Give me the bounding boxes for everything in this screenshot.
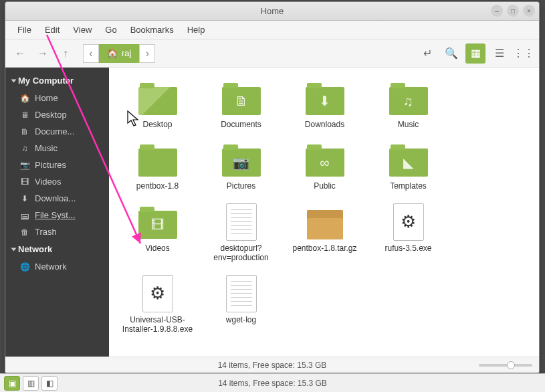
file-item[interactable]: ♫Music <box>366 77 450 132</box>
taskbar-workspaces-button[interactable]: ▥ <box>23 376 39 391</box>
forward-button[interactable]: → <box>33 44 52 63</box>
file-manager-window: Home – □ × File Edit View Go Bookmarks H… <box>5 1 540 373</box>
file-label: Videos <box>145 243 169 253</box>
sidebar-item-network[interactable]: 🌐Network <box>5 258 109 275</box>
file-item[interactable]: ∞Public <box>283 138 366 193</box>
sidebar-item-docume-[interactable]: 🗎Docume... <box>5 123 109 140</box>
file-item[interactable]: pentbox-1.8 <box>116 138 199 193</box>
folder-icon: 🗎 <box>221 80 262 117</box>
folder-icon <box>137 80 179 117</box>
path-segment-home[interactable]: 🏠 raj <box>99 44 139 63</box>
file-item[interactable]: 🎞Videos <box>116 201 199 266</box>
sidebar: My Computer🏠Home🖥Desktop🗎Docume...♫Music… <box>5 68 109 357</box>
sidebar-item-label: Home <box>35 93 58 103</box>
status-text: 14 items, Free space: 15.3 GB <box>218 361 327 370</box>
menu-file[interactable]: File <box>11 22 38 37</box>
sidebar-item-label: Network <box>35 262 67 272</box>
music-icon: ♫ <box>20 144 29 153</box>
disk-icon: 🖴 <box>20 211 29 220</box>
sidebar-item-label: Desktop <box>35 110 67 120</box>
menu-help[interactable]: Help <box>181 22 212 37</box>
body: My Computer🏠Home🖥Desktop🗎Docume...♫Music… <box>5 68 539 357</box>
up-button[interactable]: ↑ <box>56 44 75 63</box>
titlebar[interactable]: Home – □ × <box>5 2 539 21</box>
sidebar-item-label: Videos <box>35 177 62 187</box>
window-title: Home <box>261 6 284 16</box>
file-label: Desktop <box>142 120 172 129</box>
document-icon <box>221 203 262 241</box>
folder-icon: ⬇ <box>304 80 346 117</box>
folder-icon: ◣ <box>388 141 429 179</box>
videos-icon: 🎞 <box>20 177 29 187</box>
file-item[interactable]: ◣Templates <box>366 138 450 193</box>
home-icon: 🏠 <box>20 94 29 103</box>
file-label: rufus-3.5.exe <box>385 243 431 253</box>
menu-edit[interactable]: Edit <box>38 22 66 37</box>
sidebar-header[interactable]: Network <box>5 240 109 258</box>
file-item[interactable]: Desktop <box>116 77 199 132</box>
sidebar-item-videos[interactable]: 🎞Videos <box>5 173 109 190</box>
home-icon: 🏠 <box>107 48 118 58</box>
file-label: desktopurl?env=production <box>202 243 280 263</box>
download-icon: ⬇ <box>20 194 29 203</box>
file-item[interactable]: wget-log <box>199 272 283 337</box>
taskbar-status-text: 14 items, Free space: 15.3 GB <box>218 379 327 388</box>
list-view-button[interactable]: ☰ <box>489 43 510 64</box>
path-prev-button[interactable]: ‹ <box>83 44 99 63</box>
sidebar-item-pictures[interactable]: 📷Pictures <box>5 157 109 173</box>
trash-icon: 🗑 <box>20 227 29 237</box>
file-item[interactable]: 📷Pictures <box>199 138 283 193</box>
folder-icon: 🗎 <box>20 127 29 136</box>
icon-view-button[interactable]: ▦ <box>465 43 485 64</box>
sidebar-item-home[interactable]: 🏠Home <box>5 90 109 106</box>
back-button[interactable]: ← <box>11 44 29 63</box>
menu-go[interactable]: Go <box>98 22 123 37</box>
executable-icon: ⚙ <box>388 203 429 241</box>
folder-icon: 📷 <box>221 141 262 179</box>
file-label: Templates <box>390 181 427 191</box>
sidebar-item-file-syst-[interactable]: 🖴File Syst... <box>5 207 109 223</box>
file-grid[interactable]: Desktop🗎Documents⬇Downloads♫Musicpentbox… <box>109 68 539 357</box>
chevron-down-icon <box>11 248 17 251</box>
sidebar-item-label: Downloa... <box>35 193 76 203</box>
toolbar-right: ↵ 🔍 ▦ ☰ ⋮⋮ <box>417 43 534 64</box>
sidebar-item-trash[interactable]: 🗑Trash <box>5 223 109 240</box>
sidebar-item-music[interactable]: ♫Music <box>5 140 109 157</box>
file-item[interactable]: ⚙Universal-USB-Installer-1.9.8.8.exe <box>116 272 199 337</box>
file-label: pentbox-1.8 <box>136 181 179 191</box>
menu-bookmarks[interactable]: Bookmarks <box>124 22 181 37</box>
taskbar-app-button[interactable]: ◧ <box>41 376 58 391</box>
path-next-button[interactable]: › <box>139 44 155 63</box>
sidebar-item-downloa-[interactable]: ⬇Downloa... <box>5 190 109 207</box>
file-item[interactable]: ⬇Downloads <box>283 77 366 132</box>
toggle-location-button[interactable]: ↵ <box>417 43 437 64</box>
file-item[interactable]: ⚙rufus-3.5.exe <box>366 201 450 266</box>
compact-view-button[interactable]: ⋮⋮ <box>514 43 534 64</box>
path-user-label: raj <box>122 48 131 58</box>
sidebar-item-label: Pictures <box>35 160 66 170</box>
file-label: pentbox-1.8.tar.gz <box>292 243 356 253</box>
menu-view[interactable]: View <box>66 22 98 37</box>
folder-icon <box>137 141 179 179</box>
sidebar-item-label: Music <box>35 143 58 153</box>
document-icon <box>221 275 262 312</box>
taskbar-files-button[interactable]: ▣ <box>4 376 20 391</box>
minimize-button[interactable]: – <box>491 5 503 17</box>
file-item[interactable]: 🗎Documents <box>199 77 283 132</box>
sidebar-item-label: File Syst... <box>35 210 76 220</box>
zoom-thumb[interactable] <box>507 361 515 369</box>
maximize-button[interactable]: □ <box>507 5 519 17</box>
pictures-icon: 📷 <box>20 161 29 170</box>
zoom-slider[interactable] <box>479 364 532 367</box>
sidebar-item-label: Trash <box>35 227 57 237</box>
file-item[interactable]: desktopurl?env=production <box>199 201 283 266</box>
search-button[interactable]: 🔍 <box>441 43 461 64</box>
folder-icon: ∞ <box>304 141 346 179</box>
close-button[interactable]: × <box>523 5 535 17</box>
sidebar-item-desktop[interactable]: 🖥Desktop <box>5 106 109 123</box>
file-item[interactable]: pentbox-1.8.tar.gz <box>283 201 366 266</box>
sidebar-header[interactable]: My Computer <box>5 72 109 90</box>
file-label: Public <box>314 181 336 191</box>
statusbar: 14 items, Free space: 15.3 GB <box>5 357 539 373</box>
desktop-icon: 🖥 <box>20 110 29 120</box>
